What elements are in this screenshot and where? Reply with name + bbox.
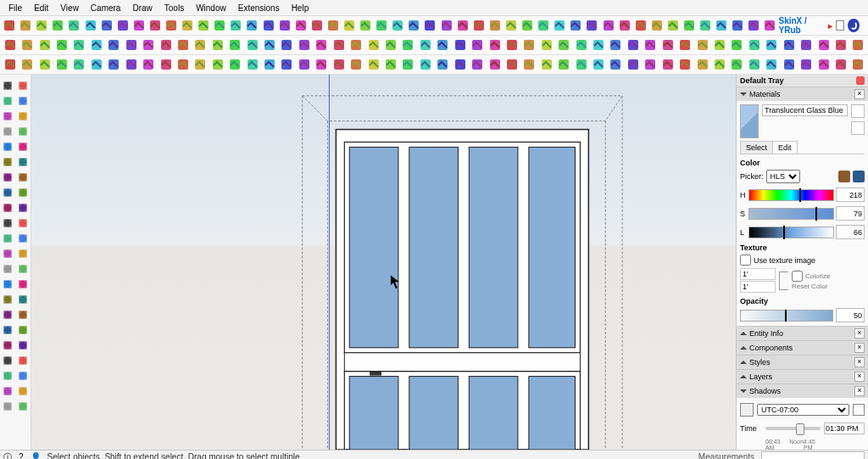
texture-height-input[interactable] [740,281,776,293]
tool-icon[interactable] [1,383,15,398]
toolbar-icon[interactable] [746,56,762,73]
toolbar-icon[interactable] [676,36,693,53]
toolbar-icon[interactable] [455,17,470,34]
sample-tool-icon[interactable] [851,104,865,118]
tool-icon[interactable] [1,109,15,123]
menu-tools[interactable]: Tools [159,2,189,14]
menu-draw[interactable]: Draw [127,2,157,14]
status-help-icon[interactable]: ? [19,452,24,459]
toolbar-icon[interactable] [850,36,866,53]
toolbar-icon[interactable] [556,56,572,73]
toolbar-icon[interactable] [815,56,832,73]
match-model-color-icon[interactable] [853,171,865,182]
toolbar-icon[interactable] [504,36,520,53]
sat-slider[interactable] [748,208,834,220]
tool-icon[interactable] [1,200,15,215]
material-name-input[interactable] [762,104,848,116]
toolbar-icon[interactable] [815,36,832,53]
toolbar-icon[interactable] [711,36,727,53]
toolbar-icon[interactable] [99,17,114,34]
colorize-checkbox[interactable] [792,271,803,282]
toolbar-icon[interactable] [2,17,17,34]
toolbar-icon[interactable] [832,56,849,73]
tool-icon[interactable] [16,154,31,169]
match-screen-color-icon[interactable] [838,171,850,182]
tool-icon[interactable] [16,307,31,322]
toolbar-icon[interactable] [342,17,357,34]
toolbar-icon[interactable] [209,36,225,53]
tool-icon[interactable] [16,185,31,199]
tool-icon[interactable] [1,246,15,260]
toolbar-icon[interactable] [556,36,572,53]
toolbar-icon[interactable] [140,36,156,53]
toolbar-icon[interactable] [568,17,583,34]
toolbar-icon[interactable] [538,36,554,53]
toolbar-icon[interactable] [348,36,364,53]
toolbar-icon[interactable] [19,56,35,73]
toolbar-icon[interactable] [573,36,589,53]
tool-icon[interactable] [1,353,15,367]
toolbar-icon[interactable] [279,36,295,53]
toolbar-icon[interactable] [850,56,866,73]
tool-icon[interactable] [16,261,31,276]
toolbar-icon[interactable] [676,56,693,73]
panel-close-icon[interactable]: × [854,328,865,339]
toolbar-icon[interactable] [487,17,503,34]
toolbar-icon[interactable] [590,36,606,53]
toolbar-icon[interactable] [600,17,615,34]
materials-tab-select[interactable]: Select [740,141,773,154]
toolbar-icon[interactable] [487,56,503,73]
viewport-3d[interactable] [31,75,736,450]
toolbar-icon[interactable] [175,56,191,73]
hue-input[interactable] [836,188,865,202]
toolbar-icon[interactable] [293,17,309,34]
shadows-panel-header[interactable]: Shadows × [737,384,868,398]
tool-icon[interactable] [1,307,15,322]
toolbar-icon[interactable] [115,17,131,34]
toolbar-icon[interactable] [711,56,727,73]
toolbar-icon[interactable] [435,36,451,53]
toolbar-icon[interactable] [158,56,174,73]
toolbar-icon[interactable] [729,36,745,53]
toolbar-icon[interactable] [147,17,163,34]
toolbar-icon[interactable] [158,36,174,53]
toolbar-icon[interactable] [244,17,259,34]
timezone-select[interactable]: UTC-07:00 [757,404,849,416]
toolbar-icon[interactable] [608,36,624,53]
toolbar-icon[interactable] [314,56,330,73]
toolbar-icon[interactable] [625,56,641,73]
toolbar-icon[interactable] [729,56,745,73]
material-preview-swatch[interactable] [740,104,759,138]
toolbar-icon[interactable] [504,56,520,73]
create-material-icon[interactable] [851,121,865,135]
toolbar-icon[interactable] [584,17,599,34]
styles-panel-header[interactable]: Styles× [737,355,868,369]
toolbar-icon[interactable] [192,56,209,73]
status-user-icon[interactable]: 👤 [31,452,41,459]
tool-icon[interactable] [16,246,31,260]
toolbar-icon[interactable] [714,17,729,34]
tool-icon[interactable] [16,322,31,337]
toolbar-icon[interactable] [123,56,139,73]
toolbar-icon[interactable] [36,36,53,53]
toolbar-icon[interactable] [226,56,242,73]
components-panel-header[interactable]: Components× [737,341,868,355]
toolbar-icon[interactable] [746,36,762,53]
toolbar-icon[interactable] [452,56,468,73]
opacity-slider[interactable] [740,310,833,322]
toolbar-icon[interactable] [762,17,777,34]
tool-icon[interactable] [16,383,31,398]
tool-icon[interactable] [1,292,15,306]
toolbar-icon[interactable] [196,17,211,34]
tool-icon[interactable] [1,78,15,92]
toolbar-icon[interactable] [261,56,277,73]
tool-icon[interactable] [1,185,15,199]
time-input[interactable] [824,423,865,434]
tool-icon[interactable] [1,139,15,154]
toolbar-icon[interactable] [617,17,632,34]
panel-close-icon[interactable]: × [854,343,865,353]
tool-icon[interactable] [1,261,15,276]
tool-icon[interactable] [1,154,15,169]
tool-icon[interactable] [1,124,15,138]
toolbar-icon[interactable] [365,36,381,53]
